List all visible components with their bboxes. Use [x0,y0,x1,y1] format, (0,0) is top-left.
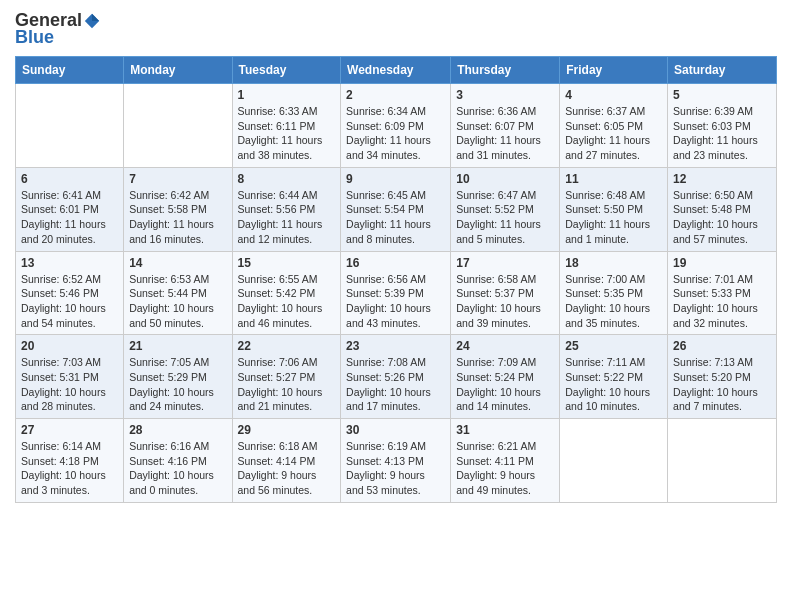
day-info: Sunrise: 6:50 AM Sunset: 5:48 PM Dayligh… [673,188,771,247]
header: General Blue [15,10,777,48]
day-info: Sunrise: 6:47 AM Sunset: 5:52 PM Dayligh… [456,188,554,247]
calendar-day-cell [668,419,777,503]
calendar-day-cell: 29Sunrise: 6:18 AM Sunset: 4:14 PM Dayli… [232,419,341,503]
day-number: 5 [673,88,771,102]
calendar-day-cell: 4Sunrise: 6:37 AM Sunset: 6:05 PM Daylig… [560,84,668,168]
day-info: Sunrise: 6:39 AM Sunset: 6:03 PM Dayligh… [673,104,771,163]
calendar-day-cell: 15Sunrise: 6:55 AM Sunset: 5:42 PM Dayli… [232,251,341,335]
day-number: 31 [456,423,554,437]
day-info: Sunrise: 6:21 AM Sunset: 4:11 PM Dayligh… [456,439,554,498]
calendar-day-cell: 24Sunrise: 7:09 AM Sunset: 5:24 PM Dayli… [451,335,560,419]
calendar-day-cell: 5Sunrise: 6:39 AM Sunset: 6:03 PM Daylig… [668,84,777,168]
day-info: Sunrise: 6:18 AM Sunset: 4:14 PM Dayligh… [238,439,336,498]
svg-marker-1 [92,13,99,20]
calendar-day-cell: 28Sunrise: 6:16 AM Sunset: 4:16 PM Dayli… [124,419,232,503]
day-info: Sunrise: 6:16 AM Sunset: 4:16 PM Dayligh… [129,439,226,498]
day-of-week-header: Wednesday [341,57,451,84]
day-info: Sunrise: 6:52 AM Sunset: 5:46 PM Dayligh… [21,272,118,331]
day-number: 26 [673,339,771,353]
day-of-week-header: Friday [560,57,668,84]
calendar-day-cell: 6Sunrise: 6:41 AM Sunset: 6:01 PM Daylig… [16,167,124,251]
day-info: Sunrise: 6:42 AM Sunset: 5:58 PM Dayligh… [129,188,226,247]
calendar-day-cell: 14Sunrise: 6:53 AM Sunset: 5:44 PM Dayli… [124,251,232,335]
calendar-day-cell: 12Sunrise: 6:50 AM Sunset: 5:48 PM Dayli… [668,167,777,251]
logo-icon [83,12,101,30]
day-info: Sunrise: 7:06 AM Sunset: 5:27 PM Dayligh… [238,355,336,414]
day-info: Sunrise: 6:48 AM Sunset: 5:50 PM Dayligh… [565,188,662,247]
day-info: Sunrise: 7:08 AM Sunset: 5:26 PM Dayligh… [346,355,445,414]
calendar-day-cell: 2Sunrise: 6:34 AM Sunset: 6:09 PM Daylig… [341,84,451,168]
day-number: 13 [21,256,118,270]
day-number: 29 [238,423,336,437]
calendar-day-cell: 23Sunrise: 7:08 AM Sunset: 5:26 PM Dayli… [341,335,451,419]
calendar-day-cell [16,84,124,168]
calendar-day-cell: 26Sunrise: 7:13 AM Sunset: 5:20 PM Dayli… [668,335,777,419]
day-number: 24 [456,339,554,353]
day-number: 23 [346,339,445,353]
day-info: Sunrise: 7:09 AM Sunset: 5:24 PM Dayligh… [456,355,554,414]
day-info: Sunrise: 6:58 AM Sunset: 5:37 PM Dayligh… [456,272,554,331]
day-info: Sunrise: 6:41 AM Sunset: 6:01 PM Dayligh… [21,188,118,247]
day-info: Sunrise: 6:44 AM Sunset: 5:56 PM Dayligh… [238,188,336,247]
calendar-day-cell: 7Sunrise: 6:42 AM Sunset: 5:58 PM Daylig… [124,167,232,251]
calendar-day-cell: 9Sunrise: 6:45 AM Sunset: 5:54 PM Daylig… [341,167,451,251]
day-number: 4 [565,88,662,102]
day-info: Sunrise: 7:11 AM Sunset: 5:22 PM Dayligh… [565,355,662,414]
day-number: 11 [565,172,662,186]
calendar-day-cell: 25Sunrise: 7:11 AM Sunset: 5:22 PM Dayli… [560,335,668,419]
day-info: Sunrise: 6:36 AM Sunset: 6:07 PM Dayligh… [456,104,554,163]
day-info: Sunrise: 6:14 AM Sunset: 4:18 PM Dayligh… [21,439,118,498]
calendar-day-cell: 17Sunrise: 6:58 AM Sunset: 5:37 PM Dayli… [451,251,560,335]
calendar-container: General Blue SundayMondayTuesdayWednesda… [0,0,792,518]
day-number: 28 [129,423,226,437]
day-info: Sunrise: 6:37 AM Sunset: 6:05 PM Dayligh… [565,104,662,163]
calendar-day-cell: 30Sunrise: 6:19 AM Sunset: 4:13 PM Dayli… [341,419,451,503]
day-info: Sunrise: 6:55 AM Sunset: 5:42 PM Dayligh… [238,272,336,331]
day-info: Sunrise: 6:53 AM Sunset: 5:44 PM Dayligh… [129,272,226,331]
day-info: Sunrise: 6:45 AM Sunset: 5:54 PM Dayligh… [346,188,445,247]
calendar-day-cell [124,84,232,168]
calendar-day-cell: 3Sunrise: 6:36 AM Sunset: 6:07 PM Daylig… [451,84,560,168]
day-number: 19 [673,256,771,270]
day-number: 10 [456,172,554,186]
calendar-day-cell: 27Sunrise: 6:14 AM Sunset: 4:18 PM Dayli… [16,419,124,503]
day-number: 1 [238,88,336,102]
calendar-day-cell: 1Sunrise: 6:33 AM Sunset: 6:11 PM Daylig… [232,84,341,168]
calendar-header-row: SundayMondayTuesdayWednesdayThursdayFrid… [16,57,777,84]
day-number: 20 [21,339,118,353]
day-of-week-header: Tuesday [232,57,341,84]
calendar-day-cell [560,419,668,503]
day-number: 21 [129,339,226,353]
calendar-week-row: 27Sunrise: 6:14 AM Sunset: 4:18 PM Dayli… [16,419,777,503]
day-info: Sunrise: 7:13 AM Sunset: 5:20 PM Dayligh… [673,355,771,414]
day-number: 30 [346,423,445,437]
calendar-day-cell: 20Sunrise: 7:03 AM Sunset: 5:31 PM Dayli… [16,335,124,419]
calendar-week-row: 1Sunrise: 6:33 AM Sunset: 6:11 PM Daylig… [16,84,777,168]
calendar-week-row: 13Sunrise: 6:52 AM Sunset: 5:46 PM Dayli… [16,251,777,335]
calendar-day-cell: 21Sunrise: 7:05 AM Sunset: 5:29 PM Dayli… [124,335,232,419]
day-number: 14 [129,256,226,270]
logo-blue-text: Blue [15,27,54,48]
calendar-day-cell: 10Sunrise: 6:47 AM Sunset: 5:52 PM Dayli… [451,167,560,251]
day-info: Sunrise: 7:01 AM Sunset: 5:33 PM Dayligh… [673,272,771,331]
calendar-day-cell: 19Sunrise: 7:01 AM Sunset: 5:33 PM Dayli… [668,251,777,335]
calendar-day-cell: 16Sunrise: 6:56 AM Sunset: 5:39 PM Dayli… [341,251,451,335]
calendar-day-cell: 18Sunrise: 7:00 AM Sunset: 5:35 PM Dayli… [560,251,668,335]
day-number: 17 [456,256,554,270]
day-of-week-header: Saturday [668,57,777,84]
day-number: 9 [346,172,445,186]
day-of-week-header: Sunday [16,57,124,84]
day-of-week-header: Thursday [451,57,560,84]
day-number: 15 [238,256,336,270]
day-number: 27 [21,423,118,437]
day-info: Sunrise: 6:34 AM Sunset: 6:09 PM Dayligh… [346,104,445,163]
day-number: 3 [456,88,554,102]
day-info: Sunrise: 7:00 AM Sunset: 5:35 PM Dayligh… [565,272,662,331]
day-number: 8 [238,172,336,186]
day-number: 2 [346,88,445,102]
calendar-week-row: 20Sunrise: 7:03 AM Sunset: 5:31 PM Dayli… [16,335,777,419]
day-info: Sunrise: 6:19 AM Sunset: 4:13 PM Dayligh… [346,439,445,498]
day-number: 6 [21,172,118,186]
day-info: Sunrise: 7:03 AM Sunset: 5:31 PM Dayligh… [21,355,118,414]
logo: General Blue [15,10,101,48]
